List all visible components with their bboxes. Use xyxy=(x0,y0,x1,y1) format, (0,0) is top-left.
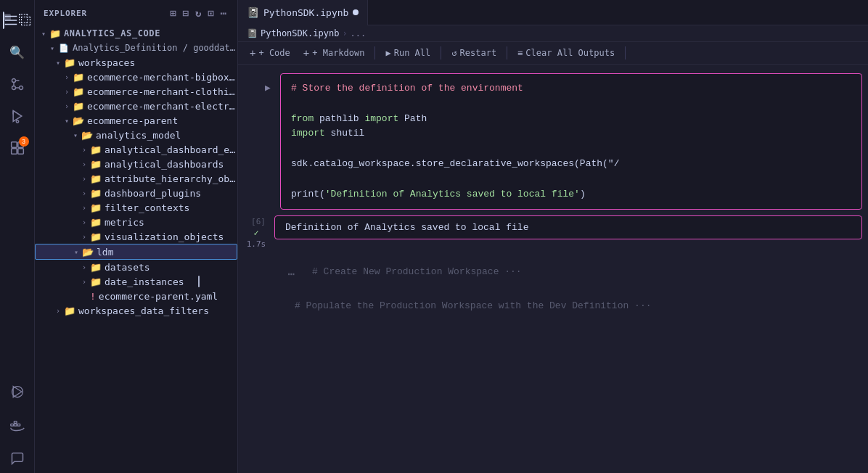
collapse-all-icon[interactable]: ⊡ xyxy=(206,6,216,20)
filter-contexts-folder-icon: 📁 xyxy=(90,202,102,213)
docker-icon[interactable] xyxy=(3,412,32,441)
sidebar-item-electronics[interactable]: › 📁 ecommerce-merchant-electronics xyxy=(35,99,237,113)
clear-outputs-icon: ≡ xyxy=(517,48,523,58)
source-control-icon[interactable] xyxy=(3,70,32,99)
run-all-label: Run All xyxy=(394,48,431,58)
breadcrumb-separator: › xyxy=(342,28,347,38)
datasets-label: datasets xyxy=(105,262,237,273)
tree-breadcrumb-item[interactable]: ▾ 📄 Analytics_Definition / gooddata_layo… xyxy=(35,41,237,55)
cell-gutter-2 xyxy=(244,260,280,283)
toolbar-separator-4 xyxy=(625,46,626,59)
cell-code-1[interactable]: # Store the definition of the environmen… xyxy=(280,73,862,210)
sidebar-item-workspaces-data-filters[interactable]: › 📁 workspaces_data_filters xyxy=(35,303,237,318)
sidebar-item-ecommerce-parent-yaml[interactable]: ! ecommerce-parent.yaml xyxy=(35,289,237,303)
sidebar-item-filter-contexts[interactable]: › 📁 filter_contexts xyxy=(35,200,237,215)
root-chevron: ▾ xyxy=(38,28,49,39)
editor-breadcrumb: 📓 PythonSDK.ipynb › ... xyxy=(238,25,868,42)
code-line-from: from pathlib import Path xyxy=(291,112,851,127)
svg-rect-15 xyxy=(14,421,17,424)
sidebar-item-date-instances[interactable]: › 📁 date_instances xyxy=(35,274,237,289)
date-instances-label: date_instances xyxy=(105,276,237,287)
cell-comment-3[interactable]: # Populate the Production Workspace with… xyxy=(280,295,862,317)
sidebar-item-analytics-model[interactable]: ▾ 📂 analytics_model xyxy=(35,128,237,142)
parent-label: ecommerce-parent xyxy=(87,115,237,126)
bigbox-label: ecommerce-merchant-bigboxretailer xyxy=(87,72,237,83)
code-line-print: print('Definition of Analytics saved to … xyxy=(291,187,851,202)
breadcrumb-file[interactable]: PythonSDK.ipynb xyxy=(261,28,339,38)
cell-run-button-1[interactable]: ▶ xyxy=(260,79,276,95)
viz-objects-chevron: › xyxy=(78,231,90,242)
sidebar-item-attr-hierarchy[interactable]: › 📁 attribute_hierarchy_objects xyxy=(35,171,237,186)
filter-contexts-chevron: › xyxy=(78,202,90,213)
cell-status-1: ✓ xyxy=(253,228,258,238)
dash-ext-chevron: › xyxy=(78,144,90,155)
sidebar-item-workspaces[interactable]: ▾ 📁 workspaces xyxy=(35,55,237,70)
attr-hierarchy-label: attribute_hierarchy_objects xyxy=(105,173,237,184)
sidebar-item-bigbox[interactable]: › 📁 ecommerce-merchant-bigboxretailer xyxy=(35,70,237,84)
restart-button[interactable]: ↺ Restart xyxy=(446,46,502,60)
new-folder-icon[interactable]: ⊟ xyxy=(181,6,191,20)
run-all-button[interactable]: ▶ Run All xyxy=(380,46,436,60)
wdf-chevron: › xyxy=(52,305,64,316)
sidebar-item-clothing[interactable]: › 📁 ecommerce-merchant-clothing xyxy=(35,84,237,99)
workspaces-chevron: ▾ xyxy=(52,57,64,68)
extensions-icon[interactable]: 3 xyxy=(3,133,32,163)
sidebar-item-viz-objects[interactable]: › 📁 visualization_objects xyxy=(35,229,237,244)
more-actions-icon[interactable]: ⋯ xyxy=(219,6,229,20)
attr-hierarchy-folder-icon: 📁 xyxy=(90,173,102,184)
sidebar-item-ldm[interactable]: ▾ 📂 ldm xyxy=(35,244,237,260)
metrics-folder-icon: 📁 xyxy=(90,216,102,228)
cell-gutter-3 xyxy=(244,295,280,317)
success-check-icon: ✓ xyxy=(253,228,258,238)
bigbox-folder-icon: 📁 xyxy=(73,71,84,83)
sidebar-item-ecommerce-parent[interactable]: ▾ 📂 ecommerce-parent xyxy=(35,113,237,128)
svg-rect-14 xyxy=(17,424,20,426)
date-instances-chevron: › xyxy=(78,276,90,287)
breadcrumb-icon: 📓 xyxy=(247,28,258,38)
chat-icon[interactable] xyxy=(3,444,32,473)
sidebar-item-metrics[interactable]: › 📁 metrics xyxy=(35,215,237,229)
analytics-model-chevron: ▾ xyxy=(70,129,81,141)
dashboards-folder-icon: 📁 xyxy=(90,158,102,170)
cell-output-row-1: [6] ✓ 1.7s Definition of Analytics saved… xyxy=(238,213,868,249)
dashboard-plugins-chevron: › xyxy=(78,187,90,199)
wdf-label: workspaces_data_filters xyxy=(78,305,237,316)
cell-output-body-1: Definition of Analytics saved to local f… xyxy=(274,213,868,249)
svg-point-2 xyxy=(19,86,22,90)
new-file-icon[interactable]: ⊞ xyxy=(168,6,178,20)
dashboard-plugins-label: dashboard_plugins xyxy=(105,188,237,199)
cell-comment-2[interactable]: # Create New Production Workspace ··· xyxy=(302,260,862,283)
run-debug-icon[interactable] xyxy=(3,102,32,131)
editor-tab[interactable]: 📓 PythonSDK.ipynb xyxy=(238,0,368,25)
sidebar-item-dash-ext[interactable]: › 📁 analytical_dashboard_extensions xyxy=(35,142,237,157)
test-icon[interactable] xyxy=(3,377,32,406)
datasets-folder-icon: 📁 xyxy=(90,261,102,273)
add-code-button[interactable]: + + Code xyxy=(244,45,296,61)
clear-outputs-label: Clear All Outputs xyxy=(525,48,615,58)
datasets-chevron: › xyxy=(78,261,90,273)
refresh-icon[interactable]: ↻ xyxy=(194,6,203,20)
cell-body-1: # Store the definition of the environmen… xyxy=(280,73,862,210)
notebook-tab-icon: 📓 xyxy=(247,7,259,18)
sidebar-title: EXPLORER xyxy=(44,9,87,18)
sidebar-item-dashboard-plugins[interactable]: › 📁 dashboard_plugins xyxy=(35,186,237,200)
sidebar-item-datasets[interactable]: › 📁 datasets xyxy=(35,260,237,274)
clear-outputs-button[interactable]: ≡ Clear All Outputs xyxy=(512,46,621,60)
run-all-icon: ▶ xyxy=(385,48,390,58)
execution-count-label: [6] xyxy=(251,217,266,226)
tree-root[interactable]: ▾ 📁 ANALYTICS_AS_CODE xyxy=(35,26,237,41)
sidebar: EXPLORER ⊞ ⊟ ↻ ⊡ ⋯ ▾ 📁 ANALYTICS_AS_CODE… xyxy=(35,0,238,473)
root-folder-icon: 📁 xyxy=(49,28,61,39)
explorer-icon[interactable]: ⿻ xyxy=(3,6,32,35)
tab-bar: 📓 PythonSDK.ipynb xyxy=(238,0,868,25)
dashboard-plugins-folder-icon: 📁 xyxy=(90,187,102,199)
search-icon[interactable]: 🔍 xyxy=(3,38,32,67)
sidebar-item-dashboards[interactable]: › 📁 analytical_dashboards xyxy=(35,157,237,171)
root-label: ANALYTICS_AS_CODE xyxy=(64,28,237,38)
breadcrumb-folder-icon: 📄 xyxy=(58,42,70,54)
analytics-model-folder-icon: 📂 xyxy=(81,129,93,141)
plus-markdown-icon: + xyxy=(303,47,309,59)
viz-objects-label: visualization_objects xyxy=(105,231,237,242)
cell-output-gutter-1: [6] ✓ 1.7s xyxy=(238,213,274,249)
add-markdown-button[interactable]: + + Markdown xyxy=(298,45,371,61)
